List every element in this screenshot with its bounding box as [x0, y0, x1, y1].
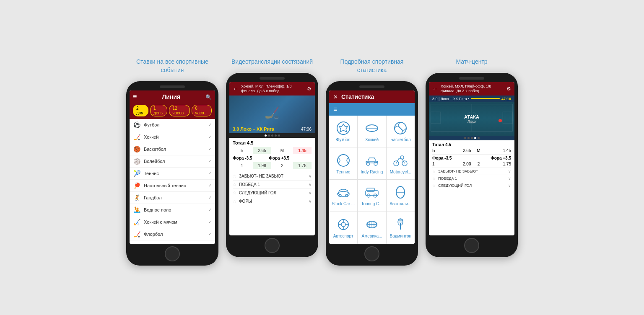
- phones-row: Ставки на все спортивные события Линия 2…: [126, 58, 518, 265]
- svg-point-6: [338, 155, 349, 166]
- grid-item-american[interactable]: Америка...: [358, 212, 386, 244]
- grid-item-tennis[interactable]: Теннис: [329, 147, 357, 179]
- list-item[interactable]: 🏓 Настольный теннис ✓: [130, 180, 215, 192]
- back-icon[interactable]: [432, 85, 438, 92]
- sport-label: Motorcycl...: [390, 170, 411, 174]
- bet-b-val[interactable]: 2.65: [253, 147, 271, 154]
- chevron-down-icon: ∨: [508, 183, 511, 188]
- grid-item-auto[interactable]: Автоспорт: [329, 212, 357, 244]
- phone1: Линия 2 дня 1 день 12 часов 6 часо... ⚽: [126, 81, 218, 266]
- filter-2days[interactable]: 2 дня: [133, 105, 148, 116]
- settings-icon[interactable]: [307, 86, 312, 92]
- grid-item-badminton[interactable]: Бадминтон: [387, 212, 415, 244]
- volleyball-icon: 🏐: [133, 158, 140, 165]
- phone1-home-btn[interactable]: [165, 246, 180, 261]
- bet-m-val[interactable]: 1.45: [486, 148, 511, 153]
- dot: [478, 137, 480, 139]
- menu-item-2[interactable]: ☆ ПОБЕДА 1 ∨: [432, 175, 511, 182]
- phone4-bet-row1: Б 2.65 М 1.45: [432, 148, 511, 153]
- phone4: Хоккей. МХЛ. Плей-офф. 1/8 финала. До 3-…: [426, 73, 518, 257]
- list-item[interactable]: 🏐 Волейбол ✓: [130, 155, 215, 168]
- menu-item-2[interactable]: ☆ ПОБЕДА 1 ∨: [233, 180, 312, 188]
- autosport-icon: [336, 217, 351, 232]
- menu-item-3[interactable]: ☆ СЛЕДУЮЩИЙ ГОЛ ∨: [233, 188, 312, 197]
- page-container: Ставки на все спортивные события Линия 2…: [0, 41, 644, 274]
- bet-m-val[interactable]: 1.45: [293, 147, 312, 154]
- list-item[interactable]: 🏀 Баскетбол ✓: [130, 143, 215, 155]
- dot-5: [278, 134, 280, 137]
- hamburger-icon[interactable]: [333, 106, 337, 113]
- phone3-home-btn[interactable]: [364, 246, 379, 261]
- fora-val2-odds[interactable]: 1.75: [486, 162, 511, 166]
- dot: [471, 137, 473, 139]
- phone2-home-btn[interactable]: [265, 238, 280, 253]
- list-item[interactable]: 🎾 Теннис ✓: [130, 168, 215, 180]
- field-dots: [429, 136, 514, 140]
- handball-icon: 🤾: [133, 194, 140, 201]
- phone2-screen: Хоккей. МХЛ. Плей-офф. 1/8 финала. До 3-…: [229, 82, 315, 235]
- list-item[interactable]: 🏒 Флорбол ✓: [130, 228, 215, 240]
- list-item[interactable]: 🤾 Гандбол ✓: [130, 192, 215, 204]
- menu-item-4[interactable]: ☆ ФОРЫ ∨: [233, 197, 312, 205]
- close-icon[interactable]: [333, 93, 338, 101]
- grid-item-hockey[interactable]: Хоккей: [358, 116, 386, 147]
- grid-item-football[interactable]: Футбол: [329, 116, 357, 147]
- waterpolo-icon: 🤽: [133, 206, 140, 214]
- phone4-header: Хоккей. МХЛ. Плей-офф. 1/8 финала. До 3-…: [429, 82, 514, 96]
- sport-label: Баскетбол: [390, 137, 410, 142]
- football-icon: [336, 121, 351, 136]
- menu-item-1[interactable]: ☆ ЗАБЬЮТ- НЕ ЗАБЬЮТ ∨: [432, 168, 511, 175]
- phone1-column: Ставки на все спортивные события Линия 2…: [126, 58, 218, 265]
- phone1-screen: Линия 2 дня 1 день 12 часов 6 часо... ⚽: [130, 90, 215, 244]
- menu-item-3[interactable]: ☆ СЛЕДУЮЩИЙ ГОЛ ∨: [432, 182, 511, 189]
- filter-6h[interactable]: 6 часо...: [192, 105, 212, 116]
- tennis-icon: 🎾: [133, 170, 140, 177]
- menu-item-1[interactable]: ☆ ЗАБЬЮТ- НЕ ЗАБЬЮТ ∨: [233, 172, 312, 180]
- player-dot: [499, 119, 502, 122]
- phone3-subheader: [329, 103, 415, 116]
- phone2-dots: [229, 133, 315, 138]
- phone2-notch: [260, 77, 285, 80]
- back-icon[interactable]: [233, 85, 239, 92]
- search-icon[interactable]: [205, 93, 212, 101]
- fora-val1-odds[interactable]: 1.98: [253, 162, 271, 169]
- menu-label-4: ФОРЫ: [239, 199, 252, 204]
- star-icon: ☆: [432, 176, 436, 181]
- bet-b-val[interactable]: 2.65: [446, 148, 471, 153]
- grid-item-rugby[interactable]: Австрали...: [387, 180, 415, 212]
- basketball-icon: [393, 121, 408, 136]
- grid-item-indy[interactable]: Indy Racing: [358, 147, 386, 179]
- hamburger-icon[interactable]: [133, 93, 137, 101]
- bet-m-label: М: [273, 147, 291, 154]
- svg-rect-17: [367, 188, 374, 191]
- grid-item-touring[interactable]: Touring C...: [358, 180, 386, 212]
- divider: [432, 154, 511, 155]
- svg-marker-2: [339, 124, 348, 132]
- list-item[interactable]: 🤽 Водное поло ✓: [130, 204, 215, 216]
- dot-4: [275, 134, 277, 137]
- list-item[interactable]: ⚽ Футбол ✓: [130, 119, 215, 131]
- grid-item-stockcar[interactable]: Stock Car ...: [329, 180, 357, 212]
- filter-1day[interactable]: 1 день: [150, 105, 167, 116]
- list-item[interactable]: 🏑 Хоккей с мячом ✓: [130, 216, 215, 228]
- dot: [464, 137, 466, 139]
- phone4-home-btn[interactable]: [464, 238, 479, 253]
- hockey-icon: [364, 121, 379, 136]
- fora-val2-odds[interactable]: 1.78: [293, 162, 312, 169]
- chevron-down-icon: ∨: [309, 174, 312, 178]
- grid-item-basketball[interactable]: Баскетбол: [387, 116, 415, 147]
- filter-12h[interactable]: 12 часов: [169, 105, 190, 116]
- svg-point-9: [374, 162, 377, 165]
- settings-icon[interactable]: [506, 86, 511, 92]
- phone3-header: Статистика: [329, 90, 415, 103]
- sport-label: Америка...: [362, 234, 382, 238]
- bet-b-label: Б: [432, 148, 445, 153]
- grid-item-moto[interactable]: Motorcycl...: [387, 147, 415, 179]
- fora-val1-odds[interactable]: 2.00: [446, 162, 471, 166]
- list-item[interactable]: 🏒 Хоккей ✓: [130, 131, 215, 143]
- fora-val2: 2: [473, 162, 485, 166]
- sport-name: Хоккей: [144, 134, 158, 139]
- phone2-total-label: Тотал 4.5: [233, 140, 312, 145]
- badminton-icon: [393, 217, 408, 232]
- phone4-notch: [459, 77, 484, 80]
